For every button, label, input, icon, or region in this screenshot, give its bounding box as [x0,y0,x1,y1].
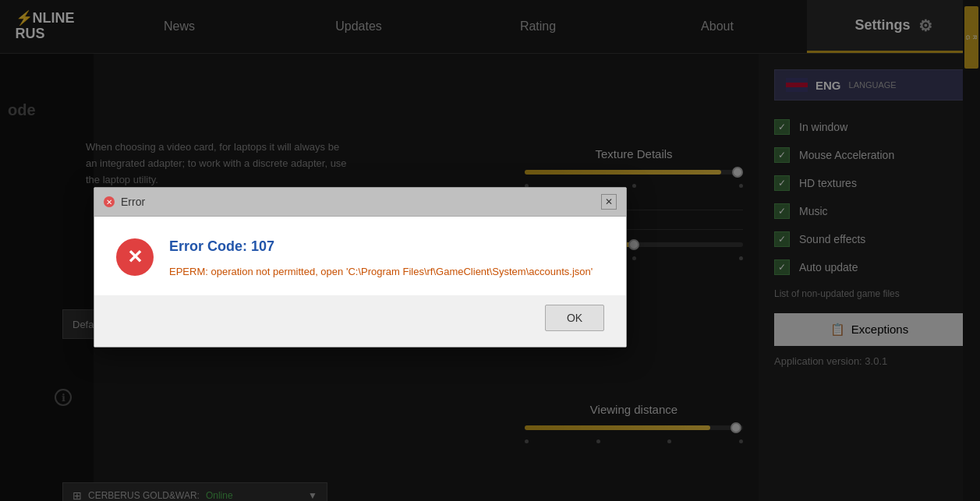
dialog-titlebar: ✕ Error ✕ [94,188,626,217]
dialog-error-row: ✕ Error Code: 107 EPERM: operation not p… [116,238,604,280]
dialog-close-button[interactable]: ✕ [601,194,617,210]
dialog-ok-button[interactable]: OK [545,305,604,331]
dialog-footer: OK [94,295,626,347]
error-code-text: Error Code: 107 [169,238,604,255]
error-icon: ✕ [116,238,154,276]
error-message-text: EPERM: operation not permitted, open 'C:… [169,264,604,280]
dialog-body: ✕ Error Code: 107 EPERM: operation not p… [94,217,626,295]
error-content: Error Code: 107 EPERM: operation not per… [169,238,604,280]
error-dialog: ✕ Error ✕ ✕ Error Code: 107 EPERM: opera… [94,187,627,348]
dialog-close-x-icon[interactable]: ✕ [104,196,115,207]
dialog-title-row: ✕ Error [104,196,145,208]
dialog-title-text: Error [121,196,145,208]
